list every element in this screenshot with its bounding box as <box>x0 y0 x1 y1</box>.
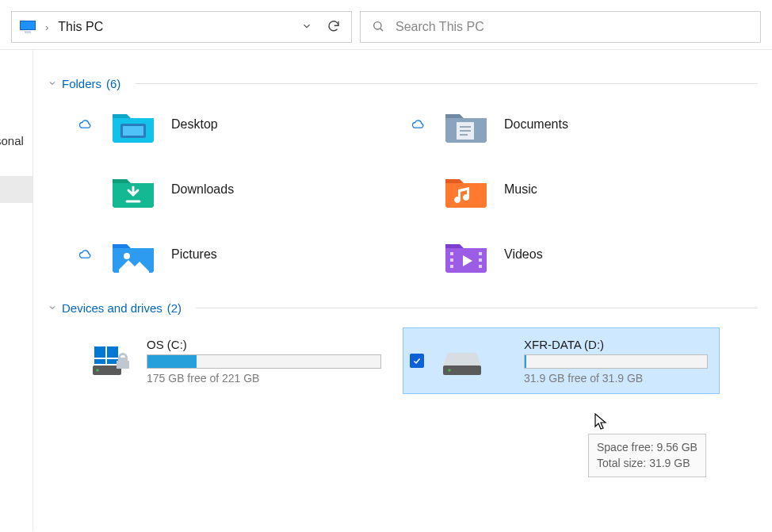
os-drive-icon <box>85 339 136 383</box>
folder-music[interactable]: Music <box>409 171 742 208</box>
folder-pictures[interactable]: Pictures <box>76 236 409 273</box>
folder-label: Pictures <box>171 247 217 262</box>
search-input[interactable] <box>396 20 749 34</box>
svg-point-23 <box>448 369 451 372</box>
svg-rect-19 <box>107 346 118 358</box>
folder-label: Desktop <box>171 117 218 132</box>
sidebar-selected-item[interactable] <box>0 176 32 203</box>
breadcrumb-location[interactable]: This PC <box>58 20 103 34</box>
folder-documents[interactable]: Documents <box>409 106 742 143</box>
drives-row: OS (C:) 175 GB free of 221 GB <box>48 323 758 394</box>
folder-label: Downloads <box>171 182 234 197</box>
videos-folder-icon <box>444 236 488 273</box>
svg-rect-15 <box>479 265 482 268</box>
sidebar-item-partial[interactable]: sonal <box>0 134 32 147</box>
search-bar[interactable] <box>360 11 761 43</box>
selection-check-icon[interactable] <box>410 354 424 368</box>
chevron-down-icon <box>48 302 57 315</box>
section-title: Folders <box>62 77 101 90</box>
section-count: (2) <box>167 301 182 315</box>
drive-usage-bar <box>524 354 708 369</box>
drive-body: OS (C:) 175 GB free of 221 GB <box>147 338 381 385</box>
drive-subtitle: 31.9 GB free of 31.9 GB <box>524 372 708 385</box>
refresh-button[interactable] <box>324 19 343 36</box>
desktop-folder-icon <box>111 106 155 143</box>
documents-folder-icon <box>444 106 488 143</box>
svg-point-9 <box>124 253 130 259</box>
drive-os-c[interactable]: OS (C:) 175 GB free of 221 GB <box>76 327 393 394</box>
drive-name: XFR-DATA (D:) <box>524 338 708 351</box>
svg-rect-20 <box>94 359 105 364</box>
svg-rect-12 <box>450 265 453 268</box>
section-header-folders[interactable]: Folders (6) <box>48 77 758 90</box>
sidebar: sonal <box>0 50 33 531</box>
drive-tooltip: Space free: 9.56 GB Total size: 31.9 GB <box>588 434 706 477</box>
folders-grid: Desktop Documents Downloads <box>48 98 758 287</box>
cloud-icon <box>76 249 95 260</box>
svg-rect-18 <box>94 346 105 358</box>
drive-body: XFR-DATA (D:) 31.9 GB free of 31.9 GB <box>524 338 708 385</box>
drive-subtitle: 175 GB free of 221 GB <box>147 372 381 385</box>
pictures-folder-icon <box>111 236 155 273</box>
folder-label: Videos <box>504 247 543 262</box>
svg-rect-14 <box>479 258 482 262</box>
section-count: (6) <box>106 77 120 90</box>
tooltip-line2: Total size: 31.9 GB <box>597 455 697 471</box>
drive-name: OS (C:) <box>147 338 381 351</box>
breadcrumb-separator-icon: › <box>44 21 50 33</box>
history-dropdown-button[interactable] <box>297 21 316 34</box>
folder-videos[interactable]: Videos <box>409 236 742 273</box>
downloads-folder-icon <box>111 171 155 208</box>
svg-point-0 <box>374 21 381 29</box>
svg-rect-13 <box>479 252 482 255</box>
drive-xfr-data-d[interactable]: XFR-DATA (D:) 31.9 GB free of 31.9 GB <box>403 327 720 394</box>
main-layout: sonal Folders (6) Desktop <box>0 50 772 531</box>
svg-rect-21 <box>107 359 118 364</box>
cloud-icon <box>409 119 428 130</box>
tooltip-line1: Space free: 9.56 GB <box>597 439 697 455</box>
svg-rect-10 <box>450 252 453 255</box>
search-icon <box>372 20 384 35</box>
svg-rect-11 <box>450 258 453 262</box>
drive-usage-bar <box>147 354 381 369</box>
cloud-icon <box>76 119 95 130</box>
svg-rect-3 <box>123 126 143 136</box>
cursor-icon <box>594 413 609 433</box>
this-pc-icon <box>20 21 36 33</box>
hdd-icon <box>437 339 487 383</box>
music-folder-icon <box>444 171 488 208</box>
folder-desktop[interactable]: Desktop <box>76 106 409 143</box>
content-area: Folders (6) Desktop <box>33 50 772 531</box>
folder-downloads[interactable]: Downloads <box>76 171 409 208</box>
section-header-drives[interactable]: Devices and drives (2) <box>48 301 758 315</box>
folder-label: Music <box>504 182 537 197</box>
folder-label: Documents <box>504 117 568 132</box>
address-bar[interactable]: › This PC <box>11 11 352 43</box>
svg-line-1 <box>380 28 383 30</box>
svg-point-17 <box>96 369 99 372</box>
chevron-down-icon <box>48 78 57 90</box>
section-title: Devices and drives <box>62 301 162 315</box>
toolbar: › This PC <box>0 0 772 50</box>
